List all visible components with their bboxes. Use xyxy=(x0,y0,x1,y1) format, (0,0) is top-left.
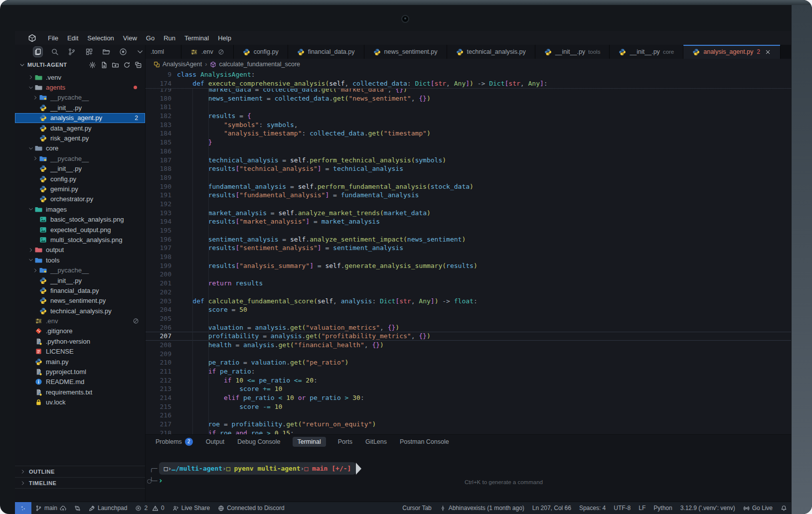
new-folder-icon[interactable] xyxy=(112,61,119,69)
status-live-share[interactable]: Live Share xyxy=(168,502,214,514)
extensions-icon[interactable] xyxy=(84,46,94,57)
code-line-191[interactable]: 191 results["fundamental_analysis"] = fu… xyxy=(146,191,791,200)
status-cursor-position[interactable]: Ln 207, Col 66 xyxy=(528,502,575,514)
status-commit-author[interactable]: Abhinavexists (1 month ago) xyxy=(436,502,528,514)
code-line-204[interactable]: 204 score = 50 xyxy=(146,305,791,314)
code-line-199[interactable]: 199 results["analysis_summary"] = self.g… xyxy=(146,261,791,270)
tree-item-python-version[interactable]: .python-version xyxy=(15,336,145,346)
code-line-209[interactable]: 209 xyxy=(146,350,791,359)
code-line-187[interactable]: 187 technical_analysis = self.perform_te… xyxy=(146,156,791,165)
menu-edit[interactable]: Edit xyxy=(63,31,83,45)
breadcrumb-calculate-fundamental-score[interactable]: calculate_fundamental_score xyxy=(210,61,300,68)
code-line-198[interactable]: 198 xyxy=(146,253,791,261)
files-icon[interactable] xyxy=(33,46,43,57)
status-gitlens-launchpad[interactable]: Launchpad xyxy=(85,502,131,514)
menu-terminal[interactable]: Terminal xyxy=(180,31,213,45)
code-line-183[interactable]: 183 "symbols": symbols, xyxy=(146,121,791,129)
status-problems-summary[interactable]: 20 xyxy=(131,502,168,514)
status-discord-status[interactable]: Connected to Discord xyxy=(214,502,288,514)
timeline-section[interactable]: TIMELINE xyxy=(15,477,145,489)
menu-run[interactable]: Run xyxy=(159,31,180,45)
collapse-all-icon[interactable] xyxy=(135,61,142,69)
tab-toml[interactable]: .toml xyxy=(146,45,181,59)
tree-item-main-py[interactable]: main.py xyxy=(15,357,145,367)
tree-item-init-py[interactable]: __init__.py xyxy=(15,103,145,113)
status-eol[interactable]: LF xyxy=(635,502,650,514)
tab-technical-analysis-py[interactable]: technical_analysis.py xyxy=(447,45,535,59)
tree-item-gemini-py[interactable]: gemini.py xyxy=(15,184,145,194)
code-line-194[interactable]: 194 results["market_analysis"] = market_… xyxy=(146,217,791,226)
tree-item-venv[interactable]: .venv xyxy=(15,72,145,82)
code-line-196[interactable]: 196 sentiment_analysis = self.analyze_se… xyxy=(146,235,791,244)
code-line-211[interactable]: 211 if pe_ratio: xyxy=(146,367,791,376)
search-icon[interactable] xyxy=(50,46,60,57)
tree-item-financial-data-py[interactable]: financial_data.py xyxy=(15,285,145,295)
tree-item-pyproject-toml[interactable]: pyproject.toml xyxy=(15,367,145,377)
terminal[interactable]: ╭─□ › …/multi-agent › □ pyenv multi-agen… xyxy=(146,448,791,502)
tree-item-init-py[interactable]: __init__.py xyxy=(15,275,145,285)
source-control-icon[interactable] xyxy=(67,46,77,57)
tree-item-pycache[interactable]: __pycache__ xyxy=(15,93,145,103)
menu-selection[interactable]: Selection xyxy=(83,31,118,45)
panel-tab-ports[interactable]: Ports xyxy=(337,437,353,447)
tree-item-output[interactable]: output xyxy=(15,245,145,255)
postman-icon[interactable] xyxy=(118,46,128,57)
status-python-interpreter[interactable]: 3.12.9 ('.venv': venv) xyxy=(676,502,739,514)
code-editor[interactable]: 9class AnalysisAgent:174 def execute_com… xyxy=(146,70,791,434)
code-line-186[interactable]: 186 xyxy=(146,147,791,156)
panel-tab-problems[interactable]: Problems2 xyxy=(155,436,194,447)
tree-item-requirements-txt[interactable]: requirements.txt xyxy=(15,387,145,397)
tree-item-data-agent-py[interactable]: data_agent.py xyxy=(15,123,145,133)
tree-item-tools[interactable]: tools xyxy=(15,255,145,265)
tree-item-license[interactable]: LICENSE xyxy=(15,347,145,357)
menu-help[interactable]: Help xyxy=(213,31,236,45)
code-line-208[interactable]: 208 health = analysis.get("financial_hea… xyxy=(146,341,791,350)
tab-analysis-agent-py[interactable]: analysis_agent.py2 xyxy=(683,45,781,59)
outline-section[interactable]: OUTLINE xyxy=(15,466,145,477)
close-icon[interactable] xyxy=(765,49,771,55)
gear-icon[interactable] xyxy=(89,61,96,69)
breadcrumb-analysisagent[interactable]: AnalysisAgent xyxy=(154,61,202,68)
code-line-206[interactable]: 206 valuation = analysis.get("valuation_… xyxy=(146,323,791,332)
code-line-205[interactable]: 205 xyxy=(146,314,791,323)
breadcrumb[interactable]: AnalysisAgent›calculate_fundamental_scor… xyxy=(146,59,791,70)
tree-item-images[interactable]: images xyxy=(15,204,145,214)
code-line-197[interactable]: 197 results["sentiment_analysis"] = sent… xyxy=(146,244,791,253)
tree-item-env[interactable]: .env xyxy=(15,316,145,326)
code-line-202[interactable]: 202 xyxy=(146,288,791,297)
tab-init-py-tools[interactable]: __init__.pytools xyxy=(535,45,610,59)
code-line-203[interactable]: 203 def calculate_fundamental_score(self… xyxy=(146,297,791,306)
status-remote-indicator[interactable] xyxy=(15,502,31,514)
code-line-201[interactable]: 201 return results xyxy=(146,279,791,288)
menu-view[interactable]: View xyxy=(119,31,142,45)
panel-tab-terminal[interactable]: Terminal xyxy=(293,437,326,447)
code-line-174[interactable]: 174 def execute_comprehensive_analysis(s… xyxy=(146,79,791,88)
tree-item-pycache[interactable]: __pycache__ xyxy=(15,153,145,163)
code-line-193[interactable]: 193 market_analysis = self.analyze_marke… xyxy=(146,209,791,218)
panel-tab-output[interactable]: Output xyxy=(205,437,226,447)
status-notifications[interactable] xyxy=(777,502,791,514)
status-indentation[interactable]: Spaces: 4 xyxy=(575,502,610,514)
tab-config-py[interactable]: config.py xyxy=(234,45,288,59)
tree-item-init-py[interactable]: __init__.py xyxy=(15,164,145,174)
tree-item-readme-md[interactable]: README.md xyxy=(15,377,145,387)
tree-item-config-py[interactable]: config.py xyxy=(15,174,145,184)
tab-env[interactable]: .env xyxy=(181,45,234,59)
status-cursor-tab[interactable]: Cursor Tab xyxy=(398,502,435,514)
chevron-down-icon[interactable] xyxy=(19,62,25,68)
tree-item-gitignore[interactable]: .gitignore xyxy=(15,326,145,336)
panel-tab-postman-console[interactable]: Postman Console xyxy=(399,437,450,447)
new-file-icon[interactable] xyxy=(100,61,108,69)
panel-tab-debug-console[interactable]: Debug Console xyxy=(236,437,281,447)
status-git-branch[interactable]: main xyxy=(31,502,70,514)
panel-tab-gitlens[interactable]: GitLens xyxy=(364,437,388,447)
status-encoding[interactable]: UTF-8 xyxy=(610,502,635,514)
code-line-180[interactable]: 180 news_sentiment = collected_data.get(… xyxy=(146,94,791,103)
folder-opened-icon[interactable] xyxy=(101,46,111,57)
code-line-185[interactable]: 185 } xyxy=(146,138,791,147)
status-git-compare[interactable] xyxy=(70,502,85,514)
tree-item-news-sentiment-py[interactable]: news_sentiment.py xyxy=(15,296,145,306)
tree-item-uv-lock[interactable]: uv.lock xyxy=(15,397,145,407)
code-line-213[interactable]: 213 score += 10 xyxy=(146,385,791,393)
code-line-214[interactable]: 214 elif pe_ratio < 10 or pe_ratio > 30: xyxy=(146,393,791,402)
